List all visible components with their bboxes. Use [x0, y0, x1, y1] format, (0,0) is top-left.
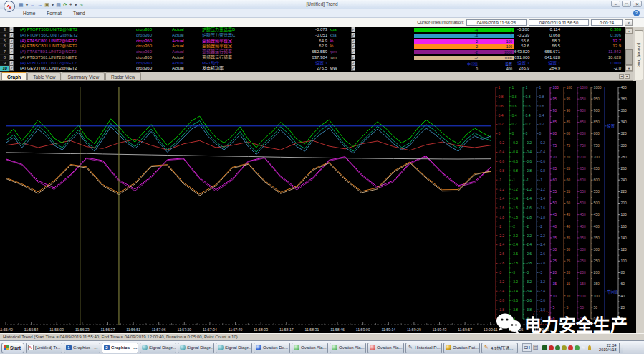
app-logo-icon[interactable]: ∿: [4, 1, 15, 12]
axis-state-label: 设置: [607, 123, 615, 129]
printer-icon[interactable]: ▤: [533, 344, 539, 351]
row-checkbox[interactable]: ✓: [9, 27, 14, 32]
axis-tick-label: 0.6: [539, 104, 544, 108]
tray-green-square-icon[interactable]: [542, 345, 547, 350]
tray-green-dot-icon[interactable]: [555, 345, 560, 350]
axis-tick-label: 0.4: [526, 113, 531, 118]
table-row[interactable]: 8✓(A) FTBST501.UNIT2@NET2drop360Actual变频…: [0, 55, 625, 61]
taskbar-clock[interactable]: 22:34 2019/4/18: [595, 343, 617, 352]
watermark: 电力安全生产: [496, 308, 642, 338]
tab-scroll-right-icon[interactable]: ►: [625, 74, 630, 79]
taskbar-button-ovation-de-[interactable]: Ovation De...: [254, 343, 290, 353]
tab-graph[interactable]: Graph: [1, 72, 27, 80]
axis-tick-label: -0.6: [539, 159, 546, 163]
cursor1-value: 55.6: [514, 39, 532, 44]
taskbar-button-ovation-ala-[interactable]: Ovation Ala...: [330, 343, 366, 353]
scale-checkbox[interactable]: ✓: [351, 49, 355, 54]
row-number: 8: [0, 55, 9, 61]
help-icon[interactable]: ?: [633, 10, 640, 16]
axis-tick-label: 10: [553, 294, 557, 298]
ribbon-tab-home[interactable]: Home: [23, 11, 35, 16]
scale-checkbox[interactable]: ✓: [351, 27, 355, 32]
taskbar-button-ovation-ala-[interactable]: Ovation Ala...: [367, 343, 404, 353]
tray-flag-icon[interactable]: ⚑: [581, 345, 586, 350]
time-tick-label: 11:57:34: [203, 327, 217, 332]
tray-olive-dot-icon[interactable]: [562, 345, 567, 350]
scale-checkbox[interactable]: ✓: [351, 61, 355, 66]
row-checkbox[interactable]: ✓: [9, 66, 14, 71]
axis-tick-label: 35: [567, 236, 571, 240]
scroll-up-icon[interactable]: ▲: [625, 28, 633, 34]
taskbar-button--untitled-tr-[interactable]: ∿[Untitled] Tr...: [26, 343, 62, 353]
tab-scroll-left-icon[interactable]: ◄: [619, 74, 624, 79]
table-scrollbar[interactable]: ▲ ▼: [625, 27, 633, 72]
language-indicator[interactable]: CH: [522, 343, 532, 352]
tab-radar-view[interactable]: Radar View: [105, 72, 140, 80]
close-button[interactable]: ✕: [633, 1, 642, 7]
row-checkbox[interactable]: ✓: [9, 49, 14, 54]
cursor2-value: 284.9: [532, 66, 562, 72]
scale-bar: -2100: [414, 44, 514, 49]
ribbon-tab-format[interactable]: Format: [47, 11, 62, 16]
show-desktop-button[interactable]: [619, 343, 623, 353]
taskbar-button-graphics-[interactable]: 2Graphics - ...: [102, 343, 138, 353]
table-row[interactable]: 9✓(A) P08LG101.UNIT2@NET2drop360ActualMF…: [0, 61, 625, 67]
scroll-down-icon[interactable]: ▼: [625, 65, 633, 71]
row-checkbox[interactable]: ✓: [9, 61, 14, 66]
tab-table-view[interactable]: Table View: [27, 72, 61, 80]
cursor1-time-field[interactable]: 04/09/2019 11:56:26: [466, 19, 527, 26]
ovation-red-sphere-icon: [370, 345, 375, 350]
scale-checkbox[interactable]: ✓: [351, 55, 355, 60]
cursor-delta-field[interactable]: 0:00:24: [591, 19, 623, 26]
signal-drop: drop360: [136, 27, 172, 33]
tray-green-dot-icon[interactable]: [575, 345, 580, 350]
row-checkbox[interactable]: ✓: [9, 39, 14, 44]
time-tick-label: 11:57:49: [229, 327, 243, 332]
table-row[interactable]: 7✓(A) FTAST501.UNIT2@NET2drop360Actual变频…: [0, 49, 625, 55]
tab-summary-view[interactable]: Summary View: [62, 72, 105, 80]
taskbar-button-graphics-[interactable]: 1Graphics - ...: [64, 343, 100, 353]
tray-key-icon[interactable]: [588, 345, 591, 350]
row-checkbox[interactable]: ✓: [9, 55, 14, 60]
ribbon-tab-trend[interactable]: Trend: [73, 11, 85, 16]
axis-tick-label: -0.8: [526, 168, 532, 173]
axis-tick-label: -3: [526, 270, 529, 274]
table-row[interactable]: 6✓(A) FTBSC801.UNIT2@NET2drop360Actual变频…: [0, 44, 625, 49]
taskbar-button-label: Ovation Poi...: [453, 345, 479, 350]
tray-red-dot-icon[interactable]: [568, 345, 573, 350]
minimize-button[interactable]: −: [611, 1, 620, 7]
scrollbar-thumb[interactable]: [625, 49, 633, 65]
tray-red-dot-icon[interactable]: [549, 345, 554, 350]
table-row[interactable]: 10✓(A) GEVJT001.UNIT2@NET2drop360Actual发…: [0, 66, 625, 72]
docked-trend-tab[interactable]: [Untitled] Trend: [635, 30, 643, 80]
time-tick-label: 11:56:09: [49, 327, 64, 332]
taskbar-button-signal-diagr-[interactable]: Signal Diagr...: [216, 343, 252, 353]
axis-tick-label: 50: [553, 201, 557, 205]
cursor-info-close-icon[interactable]: ✕: [625, 19, 633, 26]
taskbar-button-ovation-poi-[interactable]: Ovation Poi...: [443, 343, 480, 353]
scale-checkbox[interactable]: ✓: [351, 66, 355, 71]
taskbar-button-historical-r-[interactable]: ✎Historical R...: [405, 343, 442, 353]
row-checkbox[interactable]: ✓: [9, 33, 14, 38]
table-row[interactable]: 4✓(A) FTOPT56C.UNIT2@NET2drop360Actual炉膛…: [0, 33, 625, 39]
scale-checkbox[interactable]: ✓: [351, 44, 355, 49]
scale-bar: 中间值设置: [414, 62, 514, 66]
scale-bar: -21000: [414, 56, 514, 60]
signal-description: 炉膛压力变送器B: [202, 27, 279, 33]
scale-min: -2: [475, 50, 478, 54]
taskbar-button-4-9-[interactable]: ✎4.9热压通...: [481, 343, 518, 353]
taskbar-button-signal-diagr-[interactable]: Signal Diagr...: [140, 343, 176, 353]
table-row[interactable]: 3✓(A) FTOPT56B.UNIT2@NET2drop360Actual炉膛…: [0, 27, 625, 33]
maximize-button[interactable]: ▢: [622, 1, 631, 7]
taskbar-button-ovation-ala-[interactable]: Ovation Ala...: [292, 343, 328, 353]
cursor2-time-field[interactable]: 04/09/2019 11:56:50: [529, 19, 589, 26]
graphics-2-icon: 2: [104, 345, 110, 350]
taskbar-button-signal-diagr-[interactable]: Signal Diagr...: [178, 343, 214, 353]
tab-scroll-arrows[interactable]: ◄►: [619, 74, 630, 79]
axis-tick-label: -3.2: [512, 279, 519, 284]
scale-checkbox[interactable]: ✓: [351, 33, 355, 38]
scale-checkbox[interactable]: ✓: [351, 39, 355, 44]
table-row[interactable]: 5✓(A) FTASC801.UNIT2@NET2drop360Actual变频…: [0, 39, 625, 44]
start-button[interactable]: Start: [1, 343, 24, 353]
row-checkbox[interactable]: ✓: [9, 44, 14, 49]
